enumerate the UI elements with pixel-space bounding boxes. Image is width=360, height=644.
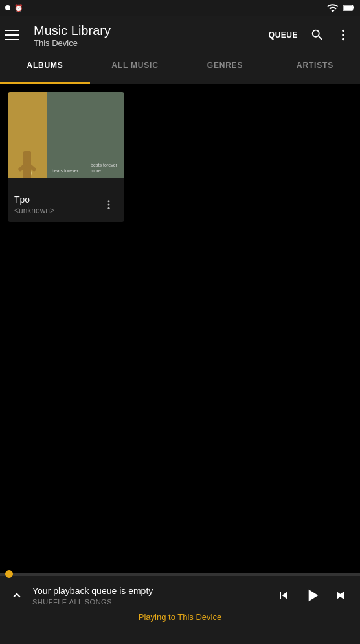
app-bar-titles: Music Library This Device [34, 23, 256, 48]
play-button[interactable] [300, 584, 324, 607]
app-bar: Music Library This Device QUEUE [0, 16, 360, 54]
shuffle-label: SHUFFLE ALL SONGS [32, 598, 265, 606]
svg-point-3 [342, 30, 344, 32]
panel-text-2: beats forever [49, 165, 83, 176]
progress-bar [0, 573, 360, 576]
more-vertical-small-icon [103, 199, 115, 211]
bottom-player: Your playback queue is empty SHUFFLE ALL… [0, 573, 360, 644]
menu-button[interactable] [5, 25, 26, 45]
album-art-panel-2: beats forever [47, 92, 85, 189]
tab-albums[interactable]: ALBUMS [0, 54, 90, 84]
app-bar-title: Music Library [34, 23, 256, 38]
skip-next-icon [333, 588, 348, 603]
svg-point-6 [108, 200, 110, 202]
queue-button[interactable]: QUEUE [264, 27, 303, 43]
more-vertical-icon [336, 28, 350, 42]
notification-dot-icon [5, 5, 10, 10]
svg-rect-1 [344, 6, 352, 10]
main-content: beats forever beats forever more Tpo <un… [0, 84, 360, 573]
app-bar-subtitle: This Device [34, 38, 256, 48]
player-expand-button[interactable] [8, 586, 26, 604]
chevron-up-icon [10, 588, 24, 603]
status-bar-left: ⏰ [5, 4, 23, 12]
queue-empty-label: Your playback queue is empty [32, 586, 265, 596]
player-controls [272, 584, 352, 607]
album-name: Tpo [14, 194, 54, 205]
tab-artists[interactable]: ARTISTS [270, 54, 360, 84]
album-art-panel-1 [8, 92, 47, 189]
tab-genres[interactable]: GENRES [180, 54, 270, 84]
status-bar-right [326, 1, 355, 14]
album-card[interactable]: beats forever beats forever more Tpo <un… [8, 92, 124, 222]
tab-all-music-label: ALL MUSIC [111, 61, 158, 70]
skip-previous-icon [276, 588, 291, 603]
panel-footer-2 [47, 178, 85, 189]
tab-albums-label: ALBUMS [27, 61, 63, 70]
svg-point-8 [108, 207, 110, 209]
alarm-icon: ⏰ [14, 4, 23, 12]
skip-previous-button[interactable] [272, 584, 295, 607]
album-art-panel-3: beats forever more [85, 92, 124, 189]
battery-icon [342, 1, 355, 14]
album-text: Tpo <unknown> [14, 194, 54, 215]
more-options-button[interactable] [332, 23, 355, 47]
album-art: beats forever beats forever more [8, 92, 124, 189]
album-more-button[interactable] [100, 196, 118, 214]
playing-text: Playing to This Device [0, 612, 360, 628]
tab-genres-label: GENRES [207, 61, 243, 70]
player-text: Your playback queue is empty SHUFFLE ALL… [32, 586, 265, 606]
status-bar: ⏰ [0, 0, 360, 16]
svg-point-5 [342, 38, 344, 41]
skip-next-button[interactable] [329, 584, 352, 607]
wifi-icon [326, 1, 339, 14]
svg-rect-2 [353, 6, 354, 8]
panel-footer-1 [8, 178, 47, 189]
panel-footer-3 [85, 178, 124, 189]
search-icon [310, 28, 324, 42]
progress-dot [5, 570, 13, 578]
tab-artists-label: ARTISTS [297, 61, 333, 70]
album-artist: <unknown> [14, 206, 54, 215]
app-bar-actions: QUEUE [264, 23, 355, 47]
panel-text-3: beats forever more [88, 159, 122, 176]
svg-point-7 [108, 204, 110, 206]
search-button[interactable] [306, 23, 329, 47]
play-icon [302, 585, 322, 606]
svg-point-4 [342, 34, 344, 36]
album-info: Tpo <unknown> [8, 189, 124, 222]
tab-all-music[interactable]: ALL MUSIC [90, 54, 180, 84]
tabs-bar: ALBUMS ALL MUSIC GENRES ARTISTS [0, 54, 360, 84]
player-main: Your playback queue is empty SHUFFLE ALL… [0, 576, 360, 612]
